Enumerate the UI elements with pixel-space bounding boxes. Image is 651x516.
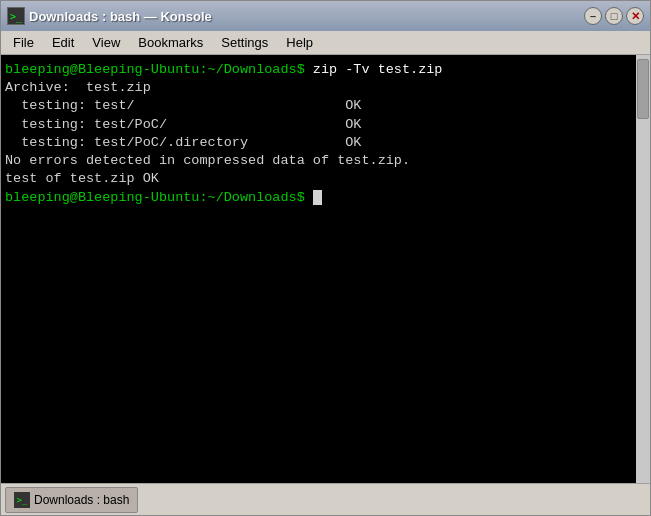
taskbar-item-label: Downloads : bash bbox=[34, 493, 129, 507]
menu-help[interactable]: Help bbox=[278, 33, 321, 52]
konsole-window: >_ Downloads : bash — Konsole – □ ✕ File… bbox=[0, 0, 651, 516]
scrollbar-thumb[interactable] bbox=[637, 59, 649, 119]
prompt-2: bleeping@Bleeping-Ubuntu:~/Downloads$ bbox=[5, 190, 305, 205]
output-6: test of test.zip OK bbox=[5, 171, 159, 186]
taskbar-item-icon: >_ bbox=[14, 492, 30, 508]
window-controls: – □ ✕ bbox=[584, 7, 644, 25]
output-5: No errors detected in compressed data of… bbox=[5, 153, 410, 168]
prompt-1: bleeping@Bleeping-Ubuntu:~/Downloads$ bbox=[5, 62, 305, 77]
output-3: testing: test/PoC/ OK bbox=[5, 117, 361, 132]
cursor-area bbox=[305, 190, 322, 205]
cursor bbox=[313, 190, 322, 205]
taskbar: >_ Downloads : bash bbox=[1, 483, 650, 515]
output-1: Archive: test.zip bbox=[5, 80, 151, 95]
titlebar-left: >_ Downloads : bash — Konsole bbox=[7, 7, 212, 25]
titlebar: >_ Downloads : bash — Konsole – □ ✕ bbox=[1, 1, 650, 31]
output-2: testing: test/ OK bbox=[5, 98, 361, 113]
output-4: testing: test/PoC/.directory OK bbox=[5, 135, 361, 150]
menu-file[interactable]: File bbox=[5, 33, 42, 52]
menu-bookmarks[interactable]: Bookmarks bbox=[130, 33, 211, 52]
window-title: Downloads : bash — Konsole bbox=[29, 9, 212, 24]
minimize-button[interactable]: – bbox=[584, 7, 602, 25]
app-icon: >_ bbox=[7, 7, 25, 25]
taskbar-item[interactable]: >_ Downloads : bash bbox=[5, 487, 138, 513]
terminal-output[interactable]: bleeping@Bleeping-Ubuntu:~/Downloads$ zi… bbox=[1, 55, 636, 483]
close-button[interactable]: ✕ bbox=[626, 7, 644, 25]
maximize-button[interactable]: □ bbox=[605, 7, 623, 25]
menubar: File Edit View Bookmarks Settings Help bbox=[1, 31, 650, 55]
menu-view[interactable]: View bbox=[84, 33, 128, 52]
scrollbar[interactable] bbox=[636, 55, 650, 483]
menu-settings[interactable]: Settings bbox=[213, 33, 276, 52]
menu-edit[interactable]: Edit bbox=[44, 33, 82, 52]
command-1: zip -Tv test.zip bbox=[305, 62, 443, 77]
terminal-container: bleeping@Bleeping-Ubuntu:~/Downloads$ zi… bbox=[1, 55, 650, 483]
